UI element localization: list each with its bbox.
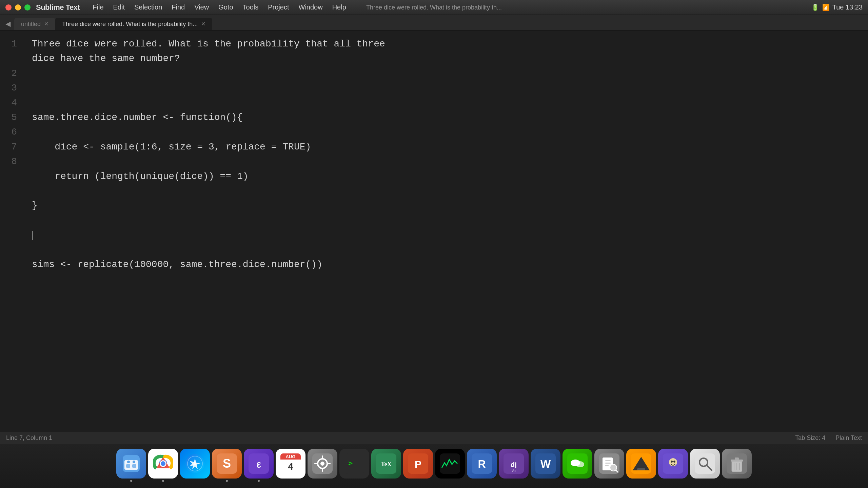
svg-text:dj: dj (511, 461, 517, 468)
editor[interactable]: 1 0 2 3 4 5 6 7 8 Three dice were rolled… (0, 30, 868, 432)
tex-icon: TeX (371, 449, 401, 479)
menu-file[interactable]: File (88, 2, 108, 13)
svg-rect-5 (132, 464, 136, 468)
dock-word[interactable]: W (531, 449, 560, 482)
svg-text:Vu: Vu (512, 469, 516, 473)
dock-terminal[interactable]: >_ (339, 449, 369, 482)
dock-preview[interactable] (594, 449, 624, 482)
chrome-icon (148, 449, 178, 479)
svg-text:ε: ε (256, 459, 261, 470)
tab-untitled[interactable]: untitled ✕ (14, 18, 55, 30)
tabbar: ◀ untitled ✕ Three dice were rolled. Wha… (0, 15, 868, 30)
finder-icon (116, 449, 146, 479)
svg-text:TeX: TeX (381, 461, 391, 468)
menu-window[interactable]: Window (294, 2, 328, 13)
djvu-icon: djVu (499, 449, 529, 479)
dock-finder2[interactable] (690, 449, 720, 482)
dock-emacs[interactable]: ε (244, 449, 274, 482)
svg-text:W: W (540, 458, 551, 470)
file-type: Plain Text (835, 434, 862, 442)
back-button[interactable]: ◀ (3, 19, 13, 29)
dock-sublime[interactable]: S (212, 449, 242, 482)
tab-size: Tab Size: 4 (795, 434, 825, 442)
finder2-icon (690, 449, 720, 479)
svg-text:R: R (478, 458, 486, 470)
battery-icon: 🔋 (811, 4, 819, 11)
menu-selection[interactable]: Selection (130, 2, 167, 13)
svg-text:4: 4 (288, 461, 293, 472)
line-num-5: 5 (0, 110, 17, 125)
dock-trash[interactable] (722, 449, 752, 482)
tab-untitled-label: untitled (21, 21, 41, 28)
wifi-icon: 📶 (822, 4, 830, 11)
line-numbers: 1 0 2 3 4 5 6 7 8 (0, 30, 24, 432)
dock-safari[interactable] (180, 449, 210, 482)
dock-system-prefs[interactable] (308, 449, 337, 482)
dock-calendar[interactable]: AUG4 (276, 449, 305, 482)
sublime-dot (226, 480, 228, 482)
line-num-3: 3 (0, 81, 17, 95)
menu-edit[interactable]: Edit (108, 2, 130, 13)
tab-main[interactable]: Three dice were rolled. What is the prob… (55, 18, 212, 30)
r-icon: R (467, 449, 497, 479)
svg-point-60 (673, 461, 675, 463)
dock-activity-monitor[interactable] (435, 449, 465, 482)
line-num-1: 1 (0, 37, 17, 51)
menu-tools[interactable]: Tools (238, 2, 263, 13)
trash-icon (722, 449, 752, 479)
dock-wechat[interactable] (563, 449, 592, 482)
calendar-icon: AUG4 (276, 449, 305, 479)
window-close-button[interactable] (5, 4, 12, 11)
sublime-text-icon: S (212, 449, 242, 479)
code-line-4: dice <- sample(1:6, size = 3, replace = … (32, 140, 860, 154)
alfred-icon (658, 449, 688, 479)
svg-point-3 (133, 461, 135, 463)
terminal-icon: >_ (339, 449, 369, 479)
dock-powerpoint[interactable]: P (403, 449, 433, 482)
dock-alfred[interactable] (658, 449, 688, 482)
line-num-7: 7 (0, 140, 17, 154)
emacs-icon: ε (244, 449, 274, 479)
vlc-icon (626, 449, 656, 479)
dock-r[interactable]: R (467, 449, 497, 482)
menu-view[interactable]: View (190, 2, 214, 13)
dock-tex[interactable]: TeX (371, 449, 401, 482)
svg-point-59 (671, 461, 673, 463)
menu-help[interactable]: Help (328, 2, 351, 13)
powerpoint-icon: P (403, 449, 433, 479)
tab-untitled-close[interactable]: ✕ (44, 21, 48, 27)
dock-vlc[interactable] (626, 449, 656, 482)
dock-djvu[interactable]: djVu (499, 449, 529, 482)
svg-point-25 (320, 462, 324, 466)
code-line-5: return (length(unique(dice)) == 1) (32, 169, 860, 184)
emacs-dot (258, 480, 260, 482)
code-line-6: } (32, 198, 860, 213)
code-line-1: Three dice were rolled. What is the prob… (32, 37, 860, 66)
cursor-position: Line 7, Column 1 (6, 434, 52, 442)
svg-text:>_: >_ (348, 459, 357, 467)
window-minimize-button[interactable] (15, 4, 21, 11)
tab-main-label: Three dice were rolled. What is the prob… (62, 21, 198, 28)
svg-text:P: P (415, 459, 421, 470)
svg-rect-4 (126, 464, 130, 468)
dock-chrome[interactable] (148, 449, 178, 482)
svg-text:S: S (223, 456, 231, 470)
code-line-8: sims <- replicate(100000, same.three.dic… (32, 257, 860, 272)
code-editor[interactable]: Three dice were rolled. What is the prob… (24, 30, 868, 432)
status-icons: 🔋 📶 (811, 4, 830, 11)
menu-goto[interactable]: Goto (214, 2, 238, 13)
dock-finder[interactable] (116, 449, 146, 482)
svg-rect-49 (605, 460, 611, 461)
line-num-2: 2 (0, 66, 17, 81)
word-icon: W (531, 449, 560, 479)
menu-project[interactable]: Project (263, 2, 294, 13)
menubar: Sublime Text File Edit Selection Find Vi… (0, 0, 868, 15)
menu-find[interactable]: Find (167, 2, 190, 13)
svg-rect-50 (605, 463, 611, 464)
svg-point-2 (127, 461, 130, 463)
window-maximize-button[interactable] (24, 4, 31, 11)
system-preferences-icon (308, 449, 337, 479)
code-line-3: same.three.dice.number <- function(){ (32, 110, 860, 125)
preview-icon (594, 449, 624, 479)
tab-main-close[interactable]: ✕ (201, 21, 205, 27)
